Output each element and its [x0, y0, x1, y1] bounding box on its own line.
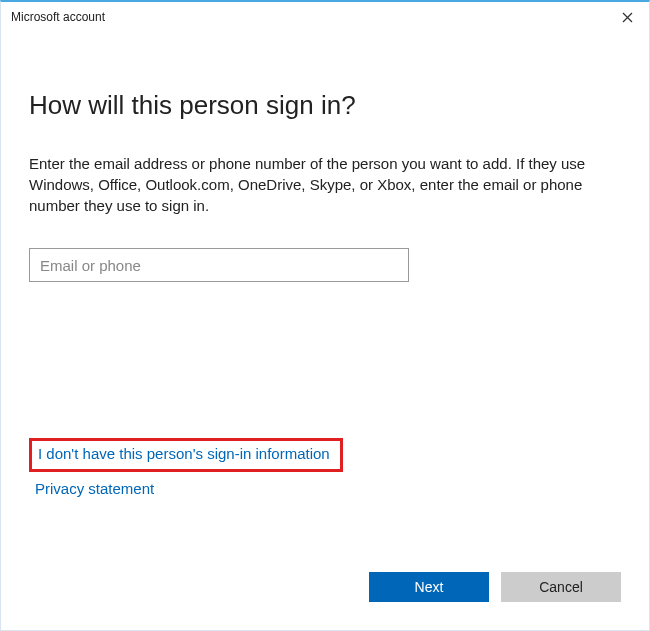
- email-or-phone-input[interactable]: [29, 248, 409, 282]
- highlighted-link-box: I don't have this person's sign-in infor…: [29, 438, 343, 472]
- close-button[interactable]: [615, 7, 639, 27]
- content-area: How will this person sign in? Enter the …: [1, 30, 649, 572]
- cancel-button[interactable]: Cancel: [501, 572, 621, 602]
- footer-buttons: Next Cancel: [1, 572, 649, 630]
- no-signin-info-link[interactable]: I don't have this person's sign-in infor…: [38, 445, 330, 462]
- instruction-text: Enter the email address or phone number …: [29, 153, 589, 216]
- privacy-statement-link[interactable]: Privacy statement: [35, 480, 154, 497]
- links-area: I don't have this person's sign-in infor…: [29, 438, 343, 498]
- microsoft-account-dialog: Microsoft account How will this person s…: [0, 0, 650, 631]
- page-heading: How will this person sign in?: [29, 90, 621, 121]
- window-title: Microsoft account: [11, 10, 105, 24]
- next-button[interactable]: Next: [369, 572, 489, 602]
- titlebar: Microsoft account: [1, 2, 649, 30]
- close-icon: [622, 12, 633, 23]
